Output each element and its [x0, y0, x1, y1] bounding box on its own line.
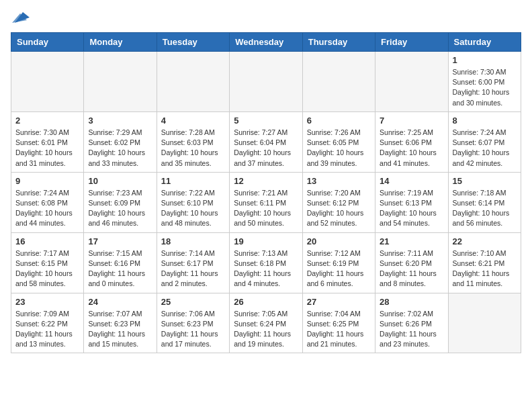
day-info: Sunrise: 7:20 AM Sunset: 6:12 PM Dayligh… [307, 188, 371, 229]
logo-icon [12, 11, 30, 24]
day-header-tuesday: Tuesday [157, 33, 229, 52]
day-info: Sunrise: 7:24 AM Sunset: 6:07 PM Dayligh… [453, 128, 517, 169]
calendar-day-cell: 12Sunrise: 7:21 AM Sunset: 6:11 PM Dayli… [230, 172, 302, 232]
day-number: 2 [15, 116, 79, 126]
calendar-day-cell: 9Sunrise: 7:24 AM Sunset: 6:08 PM Daylig… [11, 172, 84, 232]
day-info: Sunrise: 7:19 AM Sunset: 6:13 PM Dayligh… [380, 188, 443, 229]
day-number: 16 [15, 236, 79, 246]
calendar-day-cell: 13Sunrise: 7:20 AM Sunset: 6:12 PM Dayli… [302, 172, 375, 232]
calendar-day-cell [11, 52, 84, 112]
day-info: Sunrise: 7:25 AM Sunset: 6:06 PM Dayligh… [380, 128, 443, 169]
page-header [11, 11, 521, 24]
day-info: Sunrise: 7:26 AM Sunset: 6:05 PM Dayligh… [307, 128, 371, 169]
calendar-day-cell: 8Sunrise: 7:24 AM Sunset: 6:07 PM Daylig… [448, 111, 521, 172]
calendar-day-cell: 10Sunrise: 7:23 AM Sunset: 6:09 PM Dayli… [84, 172, 157, 232]
calendar-day-cell: 28Sunrise: 7:02 AM Sunset: 6:26 PM Dayli… [375, 293, 448, 353]
day-info: Sunrise: 7:09 AM Sunset: 6:22 PM Dayligh… [15, 309, 79, 350]
calendar-day-cell: 1Sunrise: 7:30 AM Sunset: 6:00 PM Daylig… [448, 52, 521, 112]
day-number: 23 [15, 297, 79, 307]
calendar-day-cell: 23Sunrise: 7:09 AM Sunset: 6:22 PM Dayli… [11, 293, 84, 353]
day-info: Sunrise: 7:12 AM Sunset: 6:19 PM Dayligh… [307, 248, 371, 289]
calendar-day-cell: 17Sunrise: 7:15 AM Sunset: 6:16 PM Dayli… [84, 232, 157, 293]
day-number: 14 [380, 176, 443, 186]
day-number: 20 [307, 236, 371, 246]
day-header-monday: Monday [84, 33, 157, 52]
calendar-day-cell [157, 52, 229, 112]
calendar-day-cell: 25Sunrise: 7:06 AM Sunset: 6:23 PM Dayli… [157, 293, 229, 353]
day-number: 8 [453, 116, 517, 126]
day-info: Sunrise: 7:21 AM Sunset: 6:11 PM Dayligh… [234, 188, 298, 229]
calendar-day-cell: 4Sunrise: 7:28 AM Sunset: 6:03 PM Daylig… [157, 111, 229, 172]
day-header-saturday: Saturday [448, 33, 521, 52]
calendar-day-cell: 15Sunrise: 7:18 AM Sunset: 6:14 PM Dayli… [448, 172, 521, 232]
calendar-day-cell: 7Sunrise: 7:25 AM Sunset: 6:06 PM Daylig… [375, 111, 448, 172]
day-number: 4 [161, 116, 225, 126]
calendar-day-cell [230, 52, 302, 112]
day-number: 11 [161, 176, 225, 186]
day-info: Sunrise: 7:30 AM Sunset: 6:01 PM Dayligh… [15, 128, 79, 169]
day-info: Sunrise: 7:30 AM Sunset: 6:00 PM Dayligh… [453, 67, 517, 108]
day-number: 19 [234, 236, 298, 246]
calendar-week-row: 23Sunrise: 7:09 AM Sunset: 6:22 PM Dayli… [11, 293, 521, 353]
calendar-day-cell [375, 52, 448, 112]
day-number: 28 [380, 297, 443, 307]
day-number: 9 [15, 176, 79, 186]
day-header-wednesday: Wednesday [230, 33, 302, 52]
calendar-day-cell: 14Sunrise: 7:19 AM Sunset: 6:13 PM Dayli… [375, 172, 448, 232]
day-info: Sunrise: 7:06 AM Sunset: 6:23 PM Dayligh… [161, 309, 225, 350]
calendar-week-row: 1Sunrise: 7:30 AM Sunset: 6:00 PM Daylig… [11, 52, 521, 112]
calendar-week-row: 16Sunrise: 7:17 AM Sunset: 6:15 PM Dayli… [11, 232, 521, 293]
calendar-day-cell: 21Sunrise: 7:11 AM Sunset: 6:20 PM Dayli… [375, 232, 448, 293]
calendar-day-cell: 27Sunrise: 7:04 AM Sunset: 6:25 PM Dayli… [302, 293, 375, 353]
calendar-week-row: 9Sunrise: 7:24 AM Sunset: 6:08 PM Daylig… [11, 172, 521, 232]
day-header-sunday: Sunday [11, 33, 84, 52]
calendar-day-cell [84, 52, 157, 112]
calendar-day-cell: 18Sunrise: 7:14 AM Sunset: 6:17 PM Dayli… [157, 232, 229, 293]
day-info: Sunrise: 7:28 AM Sunset: 6:03 PM Dayligh… [161, 128, 225, 169]
day-info: Sunrise: 7:17 AM Sunset: 6:15 PM Dayligh… [15, 248, 79, 289]
day-number: 18 [161, 236, 225, 246]
calendar-day-cell: 16Sunrise: 7:17 AM Sunset: 6:15 PM Dayli… [11, 232, 84, 293]
day-number: 3 [88, 116, 152, 126]
day-number: 12 [234, 176, 298, 186]
logo [11, 11, 30, 24]
day-number: 27 [307, 297, 371, 307]
day-info: Sunrise: 7:27 AM Sunset: 6:04 PM Dayligh… [234, 128, 298, 169]
calendar-day-cell: 3Sunrise: 7:29 AM Sunset: 6:02 PM Daylig… [84, 111, 157, 172]
calendar-day-cell: 11Sunrise: 7:22 AM Sunset: 6:10 PM Dayli… [157, 172, 229, 232]
day-number: 24 [88, 297, 152, 307]
day-number: 17 [88, 236, 152, 246]
calendar-day-cell: 22Sunrise: 7:10 AM Sunset: 6:21 PM Dayli… [448, 232, 521, 293]
day-header-thursday: Thursday [302, 33, 375, 52]
day-info: Sunrise: 7:18 AM Sunset: 6:14 PM Dayligh… [453, 188, 517, 229]
day-info: Sunrise: 7:07 AM Sunset: 6:23 PM Dayligh… [88, 309, 152, 350]
day-info: Sunrise: 7:22 AM Sunset: 6:10 PM Dayligh… [161, 188, 225, 229]
calendar-day-cell [448, 293, 521, 353]
day-number: 21 [380, 236, 443, 246]
day-info: Sunrise: 7:10 AM Sunset: 6:21 PM Dayligh… [453, 248, 517, 289]
calendar-day-cell [302, 52, 375, 112]
day-number: 6 [307, 116, 371, 126]
calendar-day-cell: 6Sunrise: 7:26 AM Sunset: 6:05 PM Daylig… [302, 111, 375, 172]
day-info: Sunrise: 7:23 AM Sunset: 6:09 PM Dayligh… [88, 188, 152, 229]
day-info: Sunrise: 7:04 AM Sunset: 6:25 PM Dayligh… [307, 309, 371, 350]
calendar-day-cell: 26Sunrise: 7:05 AM Sunset: 6:24 PM Dayli… [230, 293, 302, 353]
calendar-day-cell: 19Sunrise: 7:13 AM Sunset: 6:18 PM Dayli… [230, 232, 302, 293]
day-info: Sunrise: 7:02 AM Sunset: 6:26 PM Dayligh… [380, 309, 443, 350]
day-number: 13 [307, 176, 371, 186]
calendar-header-row: SundayMondayTuesdayWednesdayThursdayFrid… [11, 33, 521, 52]
day-info: Sunrise: 7:11 AM Sunset: 6:20 PM Dayligh… [380, 248, 443, 289]
day-number: 7 [380, 116, 443, 126]
calendar-day-cell: 2Sunrise: 7:30 AM Sunset: 6:01 PM Daylig… [11, 111, 84, 172]
day-info: Sunrise: 7:15 AM Sunset: 6:16 PM Dayligh… [88, 248, 152, 289]
day-number: 5 [234, 116, 298, 126]
calendar-day-cell: 20Sunrise: 7:12 AM Sunset: 6:19 PM Dayli… [302, 232, 375, 293]
day-number: 10 [88, 176, 152, 186]
day-info: Sunrise: 7:29 AM Sunset: 6:02 PM Dayligh… [88, 128, 152, 169]
day-number: 26 [234, 297, 298, 307]
day-number: 25 [161, 297, 225, 307]
day-number: 22 [453, 236, 517, 246]
calendar-table: SundayMondayTuesdayWednesdayThursdayFrid… [11, 32, 521, 353]
day-number: 15 [453, 176, 517, 186]
day-header-friday: Friday [375, 33, 448, 52]
